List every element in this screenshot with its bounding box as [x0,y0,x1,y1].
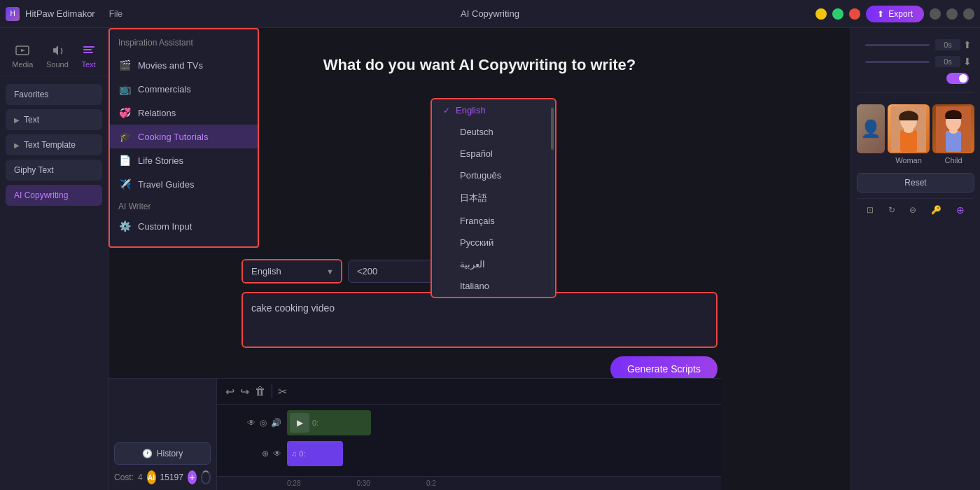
slider-track-2[interactable] [865,61,930,63]
win-maximize-2[interactable]: □ [946,8,958,20]
left-sidebar: Media Sound Text Favorites [0,28,108,490]
fit-button[interactable]: ⊡ [867,205,874,215]
ruler-mark-3: 0:2 [426,479,436,487]
credits-value: 15197 [160,472,183,482]
avatar-cropped[interactable]: 👤 [857,104,885,153]
scrollbar-thumb[interactable] [551,108,554,150]
inspiration-movies[interactable]: 🎬 Movies and TVs [110,53,258,77]
undo-button[interactable]: ↩ [225,385,234,398]
audio-label: ♫ 0: [287,449,309,458]
svg-marker-1 [21,49,25,52]
lang-option-japanese[interactable]: 日本語 [432,186,555,210]
commercials-icon: 📺 [118,83,131,95]
scissors-button[interactable]: ✂ [278,385,287,398]
inspiration-cooking[interactable]: 🎓 Cooking Tutorials [110,125,258,148]
toggle-switch[interactable] [946,73,969,84]
menu-items: File [109,9,122,19]
woman-svg [891,106,926,152]
slider-row-1: 0s ⬆ [860,39,972,50]
sidebar-text[interactable]: Text [76,39,101,73]
clip-thumbnail: ▶ [290,413,309,433]
avatar-child[interactable]: Child [932,104,974,164]
upload-icon: ⬆ [877,9,884,19]
chevron-icon-2: ▶ [14,141,20,149]
lang-option-english[interactable]: ✓ English [432,99,555,121]
timeline-tracks: 👁 ◎ 🔊 ▶ 0: ⊕ 👁 [217,405,721,476]
delete-button[interactable]: 🗑 [255,385,266,398]
close-button[interactable]: ✕ [849,8,860,20]
key-button[interactable]: 🔑 [931,205,941,215]
track-controls-2: ⊕ 👁 [217,449,287,458]
text-icon [82,43,96,57]
inspiration-life-stories[interactable]: 📄 Life Stories [110,148,258,172]
ai-badge: AI [147,470,156,484]
zoom-out-button[interactable]: ⊖ [909,205,916,215]
scrollbar[interactable] [551,101,554,295]
topic-input[interactable] [251,302,708,314]
inspiration-travel[interactable]: ✈️ Travel Guides [110,172,258,196]
right-sliders: 0s ⬆ 0s ⬇ [857,34,974,93]
ai-copywriting-button[interactable]: AI Copywriting [6,185,102,206]
minimize-button[interactable]: — [816,8,827,20]
loop-button[interactable]: ↻ [888,205,895,215]
life-stories-icon: 📄 [118,154,131,167]
sidebar-sound[interactable]: Sound [41,39,74,73]
track-mute-button[interactable]: ◎ [260,418,267,428]
svg-rect-4 [83,52,93,53]
lang-option-italiano[interactable]: Italiano [432,275,555,297]
slider-track-1[interactable] [865,44,930,46]
inspiration-relations[interactable]: 💞 Relations [110,101,258,125]
travel-icon: ✈️ [118,178,131,190]
win-close-2[interactable]: ✕ [963,8,974,20]
reset-button[interactable]: Reset [857,173,974,192]
add-credits-button[interactable]: + [188,470,197,484]
ruler-mark-1: 0:28 [287,479,300,487]
menu-file[interactable]: File [109,9,122,19]
track-eye-button[interactable]: 👁 [247,418,255,428]
lang-option-portugues[interactable]: Português [432,164,555,186]
lang-option-arabic[interactable]: العربية [432,253,555,275]
svg-point-34 [904,127,913,133]
track-add-button[interactable]: ⊕ [262,449,269,458]
lang-option-francais[interactable]: Français [432,210,555,232]
cost-value: 4 [138,472,143,482]
bottom-bar: 🕐 History Cost: 4 AI 15197 + [108,378,217,490]
track-lock-button[interactable]: 🔊 [271,418,281,428]
add-button[interactable]: ⊕ [956,204,965,216]
lang-option-russian[interactable]: Русский [432,232,555,253]
slider-value-2: 0s [935,56,960,67]
inspiration-commercials[interactable]: 📺 Commercials [110,77,258,101]
language-select[interactable]: English Deutsch Español [243,260,341,282]
track-content-1: ▶ 0: [287,410,721,435]
track-eye-button-2[interactable]: 👁 [273,449,281,458]
history-button[interactable]: 🕐 History [114,442,211,465]
video-clip[interactable]: ▶ 0: [287,410,371,435]
cooking-icon: 🎓 [118,130,131,143]
lang-option-deutsch[interactable]: Deutsch [432,121,555,143]
avatar-woman[interactable]: Woman [888,104,930,164]
child-photo [932,104,974,153]
export-button[interactable]: ⬆ Export [866,6,924,22]
lang-option-espanol[interactable]: Español [432,143,555,164]
text-button[interactable]: ▶ Text [6,109,102,130]
text-input-area[interactable] [241,292,718,348]
slider-down-icon[interactable]: ⬇ [963,56,972,67]
audio-clip[interactable]: ♫ 0: [287,441,343,466]
giphy-text-button[interactable]: Giphy Text [6,160,102,181]
svg-point-38 [949,128,958,134]
avatar-woman-img [888,104,930,153]
woman-label: Woman [895,156,922,164]
win-minimize-2[interactable]: — [930,8,941,20]
redo-button[interactable]: ↪ [240,385,249,398]
favorites-button[interactable]: Favorites [6,84,102,105]
sidebar-media[interactable]: Media [6,39,38,73]
custom-input-icon: ⚙️ [118,220,131,232]
slider-up-icon[interactable]: ⬆ [963,39,972,50]
inspiration-header: Inspiration Assistant [110,38,258,53]
divider [272,384,272,398]
maximize-button[interactable]: □ [832,8,844,20]
toggle-knob [959,74,967,83]
inspiration-custom-input[interactable]: ⚙️ Custom Input [110,214,258,238]
text-template-button[interactable]: ▶ Text Template [6,134,102,155]
playback-controls: ⊡ ↻ ⊖ 🔑 ⊕ [857,198,974,221]
